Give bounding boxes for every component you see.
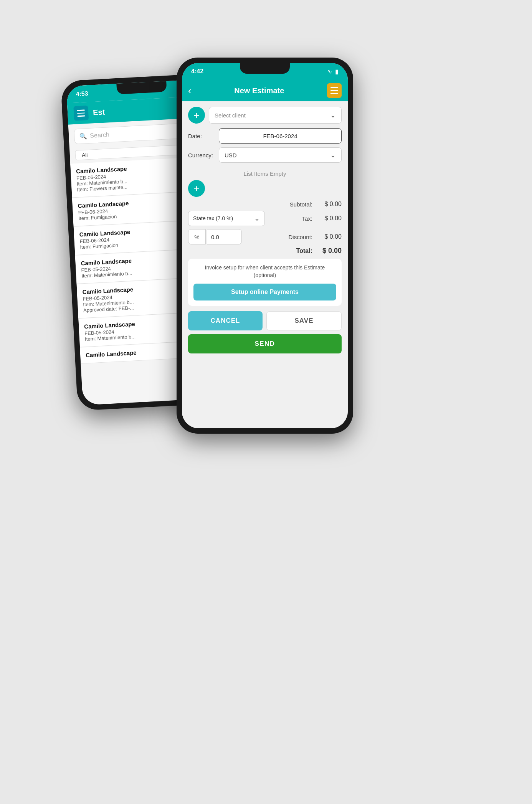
back-button[interactable]: ‹ bbox=[188, 85, 192, 97]
search-icon: 🔍 bbox=[79, 132, 87, 140]
menu-bar-1 bbox=[330, 87, 338, 88]
chevron-down-icon: ⌄ bbox=[254, 214, 260, 223]
back-status-time: 4:53 bbox=[76, 90, 88, 98]
total-value: $ 0.00 bbox=[315, 247, 342, 255]
cancel-button[interactable]: CANCEL bbox=[188, 311, 263, 330]
hamburger-bar-3 bbox=[78, 116, 85, 117]
setup-payments-button[interactable]: Setup online Payments bbox=[193, 284, 336, 300]
invoice-setup-box: Invoice setup for when client accepts th… bbox=[188, 259, 342, 306]
tax-value: $ 0.00 bbox=[315, 215, 342, 222]
front-status-time: 4:42 bbox=[191, 68, 203, 75]
tax-select-text: State tax (7.0 %) bbox=[193, 215, 233, 221]
menu-bar-3 bbox=[330, 93, 338, 94]
hamburger-button[interactable] bbox=[73, 106, 89, 121]
currency-label: Currency: bbox=[188, 152, 219, 158]
search-input[interactable]: Search bbox=[90, 131, 110, 139]
tax-label: Tax: bbox=[302, 215, 312, 222]
form-area: + Select client ⌄ Date: FEB-06-2024 Curr… bbox=[182, 101, 348, 428]
menu-bar-2 bbox=[330, 90, 338, 91]
send-button[interactable]: SEND bbox=[188, 334, 342, 353]
empty-list-message: List Items Empty bbox=[188, 167, 342, 180]
currency-value: USD bbox=[225, 152, 237, 158]
tax-dropdown[interactable]: State tax (7.0 %) ⌄ bbox=[188, 211, 265, 226]
subtotal-value: $ 0.00 bbox=[315, 201, 342, 208]
front-header: ‹ New Estimate bbox=[182, 80, 348, 101]
invoice-setup-text: Invoice setup for when client accepts th… bbox=[193, 264, 336, 279]
battery-icon: ▮ bbox=[335, 68, 339, 75]
discount-row: % 0.0 Discount: $ 0.00 bbox=[188, 229, 342, 244]
menu-button[interactable] bbox=[327, 83, 342, 98]
tax-row: State tax (7.0 %) ⌄ Tax: $ 0.00 bbox=[188, 211, 342, 226]
save-button[interactable]: SAVE bbox=[266, 311, 342, 330]
totals-section: Subtotal: $ 0.00 bbox=[188, 201, 342, 208]
add-item-button[interactable]: + bbox=[188, 180, 205, 197]
discount-value: $ 0.00 bbox=[315, 233, 342, 240]
wifi-icon: ∿ bbox=[327, 68, 332, 75]
action-buttons: CANCEL SAVE bbox=[188, 311, 342, 330]
front-status-icons: ∿ ▮ bbox=[327, 68, 339, 75]
select-client-dropdown[interactable]: Select client ⌄ bbox=[209, 107, 342, 124]
date-field[interactable]: FEB-06-2024 bbox=[219, 128, 342, 144]
date-row: Date: FEB-06-2024 bbox=[188, 128, 342, 144]
discount-symbol: % bbox=[188, 229, 206, 244]
discount-total: Discount: $ 0.00 bbox=[288, 233, 342, 240]
add-client-button[interactable]: + bbox=[188, 107, 205, 124]
grand-total-row: Total: $ 0.00 bbox=[188, 247, 342, 255]
currency-row: Currency: USD ⌄ bbox=[188, 147, 342, 163]
back-header-title: Est bbox=[93, 107, 105, 117]
hamburger-bar-2 bbox=[77, 112, 85, 114]
tax-total: Tax: $ 0.00 bbox=[302, 215, 342, 222]
chevron-down-icon: ⌄ bbox=[330, 111, 336, 119]
date-label: Date: bbox=[188, 133, 219, 139]
page-title: New Estimate bbox=[234, 86, 284, 95]
hamburger-bar-1 bbox=[77, 110, 85, 111]
discount-label: Discount: bbox=[288, 234, 312, 240]
chevron-down-icon: ⌄ bbox=[330, 151, 336, 159]
discount-input[interactable]: 0.0 bbox=[207, 229, 242, 244]
client-row: + Select client ⌄ bbox=[188, 107, 342, 124]
front-phone: 4:42 ∿ ▮ ‹ New Estimate + Select client bbox=[177, 58, 353, 434]
front-notch bbox=[240, 63, 290, 74]
subtotal-label: Subtotal: bbox=[290, 201, 312, 208]
subtotal-row: Subtotal: $ 0.00 bbox=[188, 201, 342, 208]
total-label: Total: bbox=[296, 248, 312, 254]
currency-dropdown[interactable]: USD ⌄ bbox=[219, 147, 342, 163]
select-client-placeholder: Select client bbox=[215, 112, 246, 119]
